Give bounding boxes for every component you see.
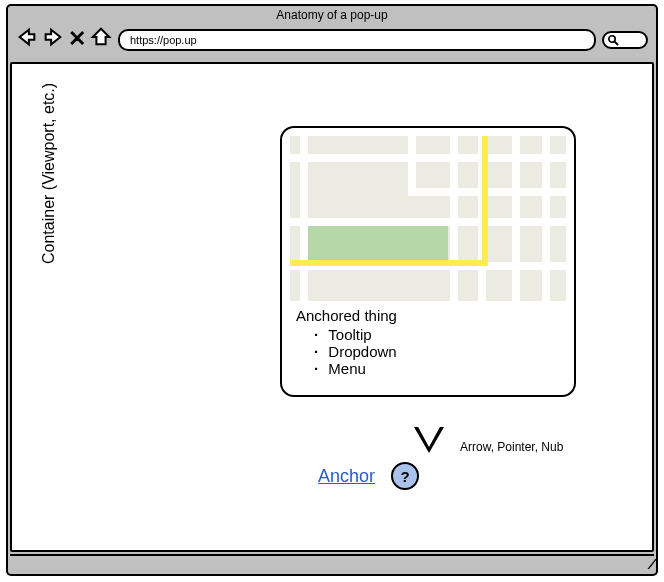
container-label: Container (Viewport, etc.) [40, 83, 58, 264]
svg-point-3 [609, 36, 615, 42]
svg-marker-0 [20, 30, 35, 45]
search-icon [607, 34, 619, 46]
help-icon: ? [400, 468, 409, 485]
viewport: Container (Viewport, etc.) Anchored thin… [10, 62, 654, 552]
browser-window: Anatomy of a pop-up ✕ https://pop.up Con… [6, 4, 658, 576]
popup-heading: Anchored thing [296, 307, 562, 324]
list-item: Tooltip [314, 326, 562, 343]
anchor-link[interactable]: Anchor [318, 466, 375, 487]
home-icon[interactable] [90, 26, 112, 52]
resize-grip-icon[interactable]: ⁄⁄ [651, 556, 652, 572]
help-button[interactable]: ? [391, 462, 419, 490]
browser-toolbar: Anatomy of a pop-up ✕ https://pop.up [8, 6, 656, 60]
back-icon[interactable] [16, 26, 38, 52]
nav-controls: ✕ [16, 26, 112, 52]
url-input[interactable]: https://pop.up [118, 29, 596, 51]
popup-list: Tooltip Dropdown Menu [296, 326, 562, 377]
popup: Anchored thing Tooltip Dropdown Menu [280, 126, 576, 397]
url-text: https://pop.up [130, 34, 197, 46]
arrow-label: Arrow, Pointer, Nub [460, 440, 563, 454]
svg-line-4 [615, 42, 619, 46]
list-item: Menu [314, 360, 562, 377]
popup-arrow [414, 427, 444, 453]
window-title: Anatomy of a pop-up [8, 8, 656, 22]
popup-body: Anchored thing Tooltip Dropdown Menu [290, 301, 566, 377]
list-item: Dropdown [314, 343, 562, 360]
forward-icon[interactable] [42, 26, 64, 52]
stop-icon[interactable]: ✕ [68, 26, 86, 52]
anchor-row: Anchor ? [318, 462, 419, 490]
search-input[interactable] [602, 31, 648, 49]
map-image [290, 136, 566, 301]
svg-marker-1 [46, 30, 61, 45]
svg-marker-2 [93, 29, 110, 45]
status-bar: ⁄⁄ [10, 554, 654, 572]
